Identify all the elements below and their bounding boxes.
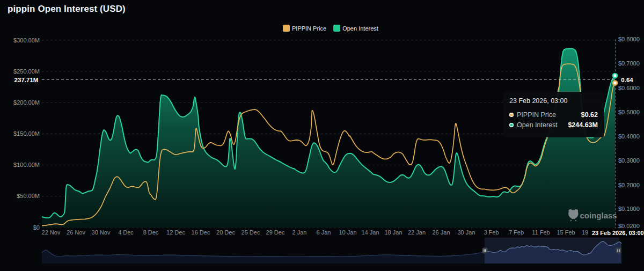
svg-text:14 Jan: 14 Jan: [361, 229, 379, 236]
svg-text:$0.6000: $0.6000: [618, 85, 640, 91]
svg-text:30 Nov: 30 Nov: [92, 229, 111, 236]
svg-text:$300.00M: $300.00M: [13, 37, 40, 43]
svg-text:$0.0200: $0.0200: [618, 223, 640, 229]
svg-text:10 Jan: 10 Jan: [339, 229, 356, 236]
svg-text:$50.00M: $50.00M: [17, 193, 40, 199]
svg-text:237.71M: 237.71M: [14, 77, 39, 83]
svg-text:22 Nov: 22 Nov: [42, 229, 61, 236]
svg-text:$0: $0: [33, 224, 40, 231]
svg-text:$0.2000: $0.2000: [618, 182, 640, 188]
svg-text:4 Dec: 4 Dec: [118, 229, 134, 236]
svg-text:25 Dec: 25 Dec: [241, 229, 260, 236]
svg-text:12 Dec: 12 Dec: [166, 229, 185, 236]
svg-text:30 Jan: 30 Jan: [457, 229, 475, 236]
svg-text:$0.3000: $0.3000: [618, 157, 640, 164]
svg-text:3 Feb: 3 Feb: [484, 229, 499, 236]
svg-text:20 Dec: 20 Dec: [216, 229, 235, 236]
svg-text:$250.00M: $250.00M: [13, 68, 40, 75]
svg-text:7 Feb: 7 Feb: [509, 229, 524, 236]
svg-text:coinglass: coinglass: [580, 211, 617, 220]
svg-text:$0.7000: $0.7000: [618, 60, 640, 67]
svg-text:$200.00M: $200.00M: [13, 99, 40, 106]
svg-text:26 Jan: 26 Jan: [432, 229, 450, 236]
svg-text:$0.4000: $0.4000: [618, 133, 640, 140]
svg-text:15 Feb: 15 Feb: [557, 229, 575, 236]
svg-text:26 Nov: 26 Nov: [67, 229, 85, 236]
svg-text:19: 19: [582, 229, 588, 236]
svg-text:$0.8000: $0.8000: [618, 36, 640, 42]
svg-text:22 Jan: 22 Jan: [408, 229, 426, 236]
svg-text:$0.5000: $0.5000: [618, 109, 640, 115]
svg-text:$100.00M: $100.00M: [13, 162, 40, 168]
svg-text:2 Jan: 2 Jan: [292, 229, 307, 236]
svg-text:23 Feb 2026, 03:00: 23 Feb 2026, 03:00: [592, 230, 644, 236]
svg-text:$0.1000: $0.1000: [618, 206, 640, 212]
svg-text:8 Dec: 8 Dec: [143, 229, 159, 236]
svg-text:29 Dec: 29 Dec: [266, 229, 285, 236]
svg-text:6 Jan: 6 Jan: [317, 229, 331, 236]
svg-text:$150.00M: $150.00M: [13, 130, 40, 137]
svg-text:0.64: 0.64: [621, 77, 633, 83]
svg-text:11 Feb: 11 Feb: [532, 229, 550, 236]
svg-text:18 Jan: 18 Jan: [384, 229, 402, 236]
svg-text:16 Dec: 16 Dec: [192, 229, 210, 236]
